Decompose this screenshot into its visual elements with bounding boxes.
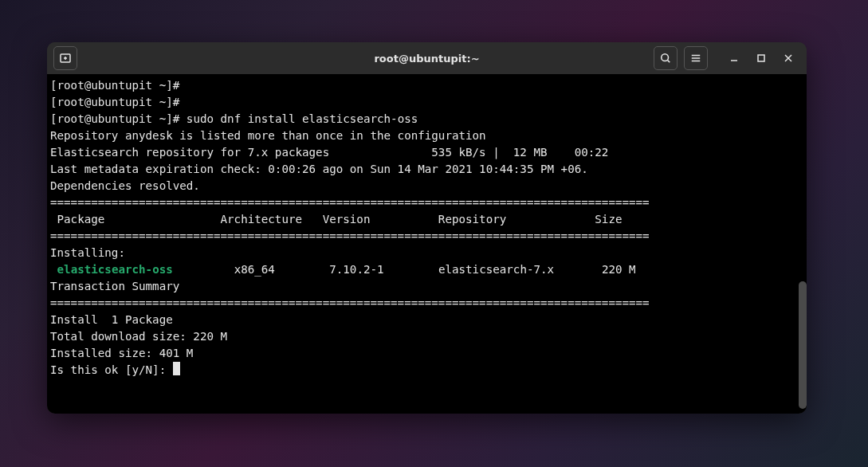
scrollbar-thumb[interactable] (799, 281, 807, 409)
prompt: [root@ubuntupit ~]# (50, 112, 187, 125)
terminal-line: Elasticsearch repository for 7.x package… (50, 144, 803, 161)
terminal-line: Repository anydesk is listed more than o… (50, 128, 803, 144)
maximize-icon (757, 54, 765, 62)
confirm-prompt: Is this ok [y/N]: (50, 363, 173, 376)
window-title: root@ubuntupit:~ (374, 53, 479, 65)
terminal-window: root@ubuntupit:~ (47, 42, 807, 414)
new-tab-icon (59, 52, 72, 65)
close-icon (784, 54, 792, 62)
search-icon (660, 53, 671, 64)
terminal-line: Installed size: 401 M (50, 345, 803, 362)
svg-line-4 (668, 61, 670, 63)
package-name: elasticsearch-oss (57, 263, 173, 276)
minimize-icon (730, 54, 738, 62)
terminal-line: Total download size: 220 M (50, 328, 803, 345)
terminal-line: Package Architecture Version Repository … (50, 211, 803, 228)
svg-rect-9 (758, 55, 764, 61)
terminal-body[interactable]: [root@ubuntupit ~]# [root@ubuntupit ~]# … (47, 74, 807, 414)
minimize-button[interactable] (722, 46, 746, 70)
terminal-line: [root@ubuntupit ~]# (50, 77, 803, 94)
terminal-line: [root@ubuntupit ~]# sudo dnf install ela… (50, 111, 803, 128)
terminal-line: Installing: (50, 245, 803, 261)
terminal-line: Last metadata expiration check: 0:00:26 … (50, 161, 803, 178)
terminal-line: ========================================… (50, 295, 803, 312)
terminal-line: Dependencies resolved. (50, 178, 803, 194)
terminal-line: ========================================… (50, 194, 803, 211)
new-tab-button[interactable] (53, 46, 77, 70)
command-text: sudo dnf install elasticsearch-oss (187, 112, 418, 125)
terminal-line: Install 1 Package (50, 312, 803, 328)
menu-button[interactable] (684, 46, 708, 70)
close-button[interactable] (776, 46, 800, 70)
search-button[interactable] (654, 46, 678, 70)
hamburger-icon (690, 53, 701, 64)
maximize-button[interactable] (749, 46, 773, 70)
titlebar: root@ubuntupit:~ (47, 42, 807, 74)
terminal-line: elasticsearch-oss x86_64 7.10.2-1 elasti… (50, 261, 803, 278)
terminal-line: ========================================… (50, 228, 803, 245)
terminal-line: [root@ubuntupit ~]# (50, 94, 803, 111)
svg-point-3 (662, 54, 669, 61)
terminal-line: Is this ok [y/N]: (50, 362, 803, 379)
package-details: x86_64 7.10.2-1 elasticsearch-7.x 220 M (173, 263, 636, 276)
cursor (173, 362, 180, 375)
terminal-line: Transaction Summary (50, 278, 803, 295)
